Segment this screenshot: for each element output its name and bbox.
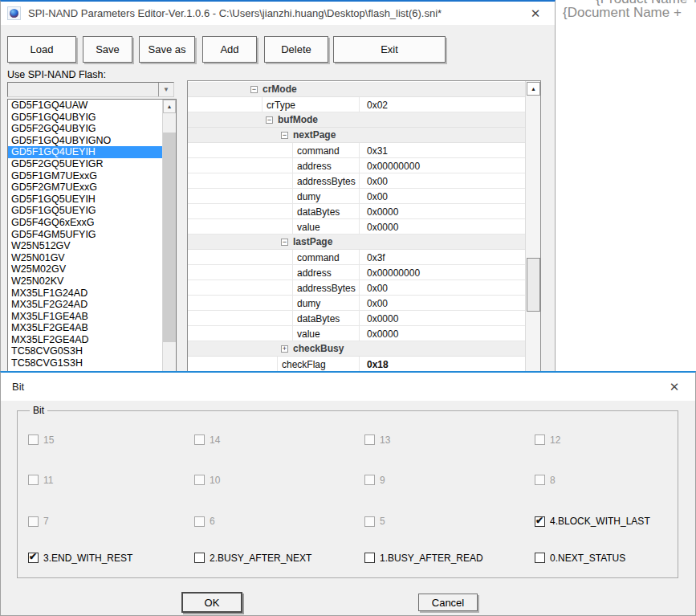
bit-checkbox-13: 13 (364, 434, 535, 446)
flash-combobox[interactable]: ▼ (7, 82, 174, 97)
table-row[interactable]: −crMode (188, 82, 525, 97)
bit-checkbox-4-block-with-last[interactable]: ✔4.BLOCK_WITH_LAST (535, 516, 674, 527)
bit-checkbox-3-end-with-rest[interactable]: ✔3.END_WITH_REST (28, 553, 194, 564)
list-item[interactable]: GD5F2GM7UExxG (8, 182, 176, 194)
table-row[interactable]: address0x00000000 (188, 158, 525, 173)
property-value[interactable]: 0x00 (359, 189, 525, 203)
chevron-down-icon[interactable]: ▼ (158, 83, 173, 96)
bit-checkbox-0-next-status[interactable]: 0.NEXT_STATUS (535, 553, 674, 564)
list-item[interactable]: MX35LF1G24AD (8, 288, 176, 300)
property-value[interactable]: 0x02 (359, 97, 525, 112)
list-item[interactable]: GD5F4GQ6xExxG (8, 217, 176, 229)
grid-scrollbar-thumb[interactable] (527, 258, 540, 312)
group-label: bufMode (278, 114, 318, 125)
table-row[interactable]: crType0x02 (188, 97, 525, 112)
list-item[interactable]: GD5F1GQ4UBYIGNO (8, 135, 176, 147)
list-item[interactable]: GD5F4GM5UFYIG (8, 229, 176, 241)
property-value[interactable]: 0x31 (359, 143, 525, 157)
flash-listbox[interactable]: GD5F1GQ4UAWGD5F1GQ4UBYIGGD5F2GQ4UBYIGGD5… (7, 99, 177, 376)
bit-dialog-title-bar: Bit ✕ (1, 373, 695, 401)
property-value[interactable]: 0x00 (359, 280, 525, 295)
table-row[interactable]: −nextPage (188, 128, 525, 143)
list-item[interactable]: W25N01GV (8, 252, 176, 264)
checkbox-icon[interactable] (194, 553, 205, 563)
save-button[interactable]: Save (83, 36, 132, 63)
property-value[interactable]: 0x0000 (359, 311, 525, 325)
property-value[interactable]: 0x0000 (359, 326, 525, 341)
list-item[interactable]: W25M02GV (8, 263, 176, 275)
expand-icon[interactable]: + (281, 345, 288, 353)
list-item[interactable]: GD5F2GQ4UBYIG (8, 123, 176, 135)
list-item[interactable]: GD5F2GQ5UEYIGR (8, 158, 176, 170)
close-icon[interactable]: ✕ (519, 2, 552, 25)
property-value[interactable]: 0x18 (359, 357, 525, 371)
checkbox-icon[interactable] (535, 553, 545, 563)
property-name: addressBytes (292, 280, 359, 295)
cancel-button[interactable]: Cancel (418, 594, 478, 611)
table-row[interactable]: checkFlag0x18 (188, 357, 525, 372)
property-value[interactable]: 0x00000000 (359, 265, 525, 279)
list-item[interactable]: GD5F1GM7UExxG (8, 170, 176, 182)
list-item[interactable]: TC58CVG0S3H (8, 345, 176, 357)
checkbox-icon (28, 475, 39, 485)
property-value[interactable]: 0x00 (359, 173, 525, 188)
grid-scrollbar[interactable]: ▲ (525, 81, 540, 373)
table-row[interactable]: −bufMode (188, 112, 525, 128)
checkbox-checked-icon[interactable]: ✔ (535, 516, 545, 527)
list-item[interactable]: W25N512GV (8, 240, 176, 252)
list-item[interactable]: MX35LF1GE4AB (8, 311, 176, 323)
list-item[interactable]: GD5F1GQ5UEYIH (8, 194, 176, 206)
exit-button[interactable]: Exit (333, 36, 446, 63)
check-mark-icon: ✔ (29, 551, 37, 562)
table-row[interactable]: addressBytes0x00 (188, 173, 525, 189)
checkbox-label: 6 (210, 516, 215, 527)
table-row[interactable]: addressBytes0x00 (188, 280, 525, 296)
list-item[interactable]: GD5F1GQ4UAW (8, 100, 176, 112)
table-row[interactable]: −lastPage (188, 235, 525, 250)
table-row[interactable]: dumy0x00 (188, 189, 525, 204)
checkbox-icon (364, 434, 375, 445)
collapse-icon[interactable]: − (281, 239, 288, 246)
property-value[interactable]: 0x0000 (359, 204, 525, 218)
list-item[interactable]: TC58CVG1S3H (8, 357, 176, 369)
checkbox-label: 0.NEXT_STATUS (550, 553, 625, 564)
table-row[interactable]: value0x0000 (188, 326, 525, 341)
collapse-icon[interactable]: − (266, 116, 273, 124)
list-item[interactable]: GD5F1GQ4UEYIH (8, 146, 176, 158)
delete-button[interactable]: Delete (264, 36, 328, 63)
table-row[interactable]: dataBytes0x0000 (188, 204, 525, 219)
close-icon[interactable]: ✕ (658, 373, 690, 401)
table-row[interactable]: command0x3f (188, 250, 525, 265)
list-item[interactable]: MX35LF2G24AD (8, 299, 176, 311)
collapse-icon[interactable]: − (250, 86, 258, 93)
table-row[interactable]: value0x0000 (188, 219, 525, 235)
bit-checkbox-1-busy-after-read[interactable]: 1.BUSY_AFTER_READ (364, 553, 535, 564)
table-row[interactable]: address0x00000000 (188, 265, 525, 280)
list-scrollbar-thumb[interactable] (163, 133, 176, 342)
property-value[interactable]: 0x0000 (359, 219, 525, 234)
list-scrollbar[interactable]: ▲ (162, 100, 176, 375)
ok-button[interactable]: OK (181, 592, 242, 613)
table-row[interactable]: command0x31 (188, 143, 525, 158)
property-value[interactable]: 0x00000000 (359, 158, 525, 173)
list-item[interactable]: MX35LF2GE4AB (8, 322, 176, 334)
list-item[interactable]: W25N02KV (8, 275, 176, 288)
property-value[interactable]: 0x00 (359, 296, 525, 310)
add-button[interactable]: Add (202, 36, 257, 63)
list-item[interactable]: GD5F1GQ4UBYIG (8, 112, 176, 124)
collapse-icon[interactable]: − (281, 132, 288, 139)
load-button[interactable]: Load (7, 36, 76, 63)
property-name: dumy (292, 296, 359, 310)
save-as-button[interactable]: Save as (139, 36, 195, 63)
list-item[interactable]: MX35LF2GE4AD (8, 334, 176, 346)
checkbox-icon[interactable] (364, 553, 375, 563)
scroll-up-icon[interactable]: ▲ (163, 100, 176, 113)
scroll-up-icon[interactable]: ▲ (527, 82, 540, 96)
table-row[interactable]: dataBytes0x0000 (188, 311, 525, 326)
table-row[interactable]: +checkBusy (188, 341, 525, 357)
list-item[interactable]: GD5F1GQ5UEYIG (8, 205, 176, 217)
bit-checkbox-2-busy-after-next[interactable]: 2.BUSY_AFTER_NEXT (194, 553, 364, 564)
checkbox-checked-icon[interactable]: ✔ (28, 553, 39, 563)
table-row[interactable]: dumy0x00 (188, 296, 525, 311)
property-value[interactable]: 0x3f (359, 250, 525, 264)
